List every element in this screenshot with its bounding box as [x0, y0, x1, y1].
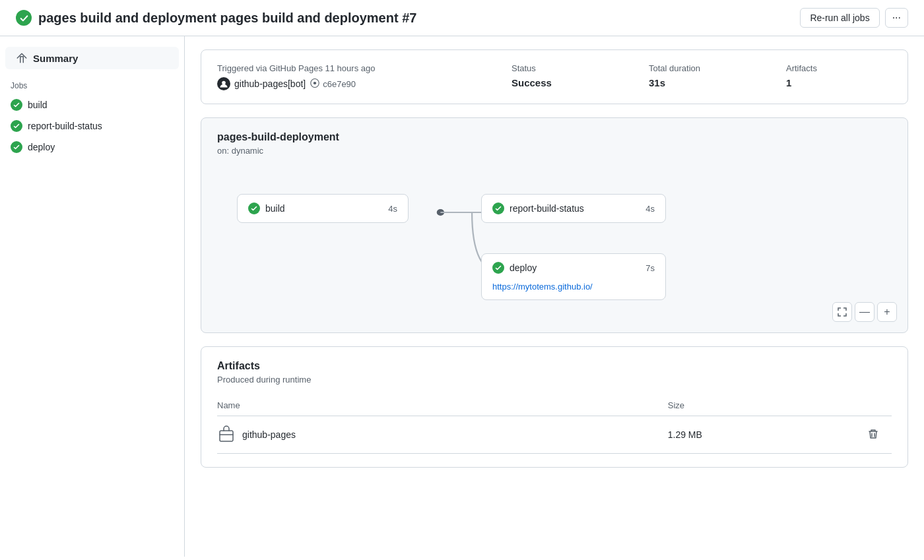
- artifact-name-cell: github-pages: [217, 425, 668, 444]
- trigger-section: Triggered via GitHub Pages 11 hours ago …: [217, 63, 480, 90]
- workflow-status-icon: [16, 10, 32, 26]
- status-label: Status: [512, 63, 617, 73]
- sidebar-item-report-build-status[interactable]: report-build-status: [0, 115, 184, 137]
- build-status-icon: [11, 99, 22, 111]
- duration-label: Total duration: [649, 63, 754, 73]
- svg-point-1: [437, 209, 444, 216]
- trash-icon: [868, 429, 878, 439]
- diagram-card: pages-build-deployment on: dynamic: [201, 117, 908, 333]
- sidebar-summary-link[interactable]: Summary: [5, 47, 179, 69]
- fullscreen-button[interactable]: [832, 302, 852, 322]
- zoom-in-button[interactable]: +: [877, 302, 897, 322]
- artifact-package-icon: [217, 425, 236, 444]
- svg-rect-6: [220, 431, 233, 441]
- artifacts-title: Artifacts: [217, 360, 892, 372]
- job-node-build[interactable]: build 4s: [237, 194, 409, 223]
- deploy-node-icon: [492, 262, 504, 274]
- sidebar-job-name-report: report-build-status: [28, 121, 102, 131]
- trigger-label: Triggered via GitHub Pages 11 hours ago: [217, 63, 480, 73]
- artifact-name: github-pages: [242, 429, 296, 440]
- artifacts-size-col: Size: [668, 395, 865, 416]
- report-node-icon: [492, 202, 504, 214]
- deploy-status-icon: [11, 141, 22, 153]
- diagram-title: pages-build-deployment: [217, 131, 892, 143]
- artifacts-name-col: Name: [217, 395, 668, 416]
- summary-label: Summary: [33, 53, 78, 64]
- deploy-node-name: deploy: [510, 263, 640, 273]
- artifacts-count-label: Artifacts: [786, 63, 892, 73]
- diagram-controls: — +: [832, 302, 897, 322]
- status-section: Status Success: [512, 63, 617, 88]
- commit-hash: ⦿ c6e7e90: [310, 78, 356, 90]
- build-node-icon: [248, 202, 260, 214]
- bot-avatar: [217, 77, 230, 90]
- job-node-deploy[interactable]: deploy 7s https://mytotems.github.io/: [481, 253, 666, 300]
- build-node-duration: 4s: [388, 204, 397, 214]
- deploy-node-link[interactable]: https://mytotems.github.io/: [492, 282, 593, 292]
- more-options-button[interactable]: ···: [885, 8, 908, 28]
- duration-value: 31s: [649, 77, 754, 88]
- build-node-name: build: [265, 203, 383, 214]
- status-value: Success: [512, 77, 617, 88]
- jobs-section-label: Jobs: [0, 77, 184, 94]
- zoom-out-button[interactable]: —: [855, 302, 874, 322]
- header-left: pages build and deployment pages build a…: [16, 10, 416, 26]
- deploy-node-top: deploy 7s: [492, 262, 655, 274]
- trigger-row: github-pages[bot] ⦿ c6e7e90: [217, 77, 480, 90]
- delete-artifact-button[interactable]: [865, 426, 881, 444]
- rerun-all-jobs-button[interactable]: Re-run all jobs: [800, 8, 879, 28]
- diagram-subtitle: on: dynamic: [217, 146, 892, 156]
- home-icon: [16, 52, 28, 64]
- artifacts-card: Artifacts Produced during runtime Name S…: [201, 346, 908, 468]
- deploy-node-duration: 7s: [645, 263, 655, 273]
- zoom-in-icon: +: [884, 306, 890, 318]
- sidebar-job-name-deploy: deploy: [28, 142, 55, 152]
- info-card: Triggered via GitHub Pages 11 hours ago …: [201, 49, 908, 104]
- diagram-area: build 4s report-build-status 4s: [217, 174, 892, 319]
- sidebar-item-deploy[interactable]: deploy: [0, 137, 184, 158]
- sidebar-item-build[interactable]: build: [0, 94, 184, 115]
- artifacts-subtitle: Produced during runtime: [217, 375, 892, 385]
- top-header: pages build and deployment pages build a…: [0, 0, 924, 36]
- artifact-row: github-pages 1.29 MB: [217, 416, 892, 454]
- run-title: pages build and deployment #7: [220, 11, 417, 25]
- artifacts-count-value: 1: [786, 77, 892, 88]
- zoom-out-icon: —: [859, 306, 870, 318]
- workflow-title: pages build and deployment pages build a…: [38, 11, 416, 26]
- bot-name: github-pages[bot]: [234, 78, 306, 89]
- report-status-icon: [11, 120, 22, 132]
- header-actions: Re-run all jobs ···: [800, 8, 908, 28]
- report-node-duration: 4s: [645, 204, 655, 214]
- sidebar: Summary Jobs build report-build-status d…: [0, 36, 185, 557]
- duration-section: Total duration 31s: [649, 63, 754, 88]
- sidebar-job-name-build: build: [28, 100, 48, 110]
- main-content: Triggered via GitHub Pages 11 hours ago …: [185, 36, 924, 557]
- report-node-name: report-build-status: [510, 203, 640, 214]
- artifacts-count-section: Artifacts 1: [786, 63, 892, 88]
- artifact-size: 1.29 MB: [668, 416, 865, 454]
- main-layout: Summary Jobs build report-build-status d…: [0, 36, 924, 557]
- artifacts-table: Name Size: [217, 395, 892, 454]
- svg-point-0: [222, 81, 226, 85]
- job-node-report[interactable]: report-build-status 4s: [481, 194, 666, 223]
